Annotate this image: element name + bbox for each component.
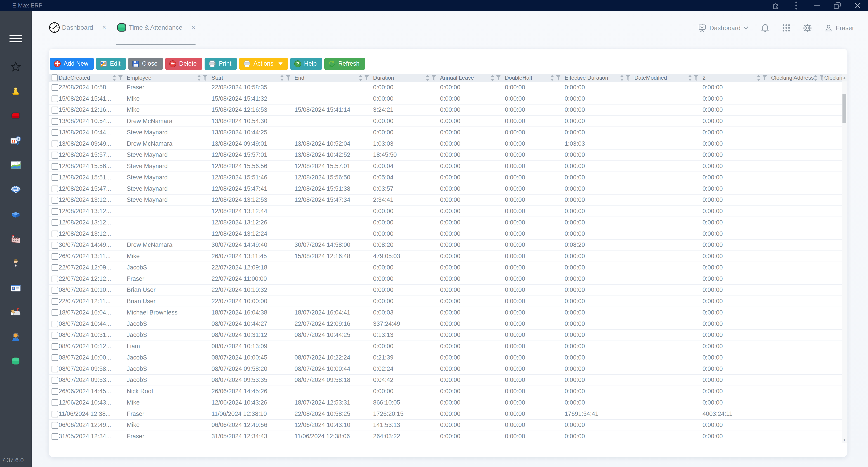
filter-funnel-icon[interactable] [762, 75, 767, 81]
settings-gear-icon[interactable] [803, 23, 812, 33]
row-checkbox[interactable] [52, 309, 58, 316]
table-row[interactable]: 12/08/2024 13:12...12/08/2024 13:12:260:… [49, 217, 842, 228]
tab-close-icon[interactable]: ✕ [191, 25, 195, 31]
row-checkbox[interactable] [52, 185, 58, 192]
table-row[interactable]: 11/06/2024 12:38...Fraser11/06/2024 12:3… [49, 408, 842, 420]
row-checkbox[interactable] [52, 287, 58, 293]
user-menu[interactable]: Fraser [824, 23, 854, 33]
row-checkbox[interactable] [52, 411, 58, 417]
sort-icon[interactable] [359, 75, 363, 81]
add-new-button[interactable]: Add New [50, 58, 94, 70]
edit-button[interactable]: Edit [96, 58, 126, 70]
table-row[interactable]: 08/07/2024 09:53...JacobS08/07/2024 09:5… [49, 375, 842, 386]
table-row[interactable]: 12/08/2024 15:57...Steve Maynard12/08/20… [49, 150, 842, 161]
table-row[interactable]: 22/08/2024 10:58...Fraser22/08/2024 10:5… [49, 82, 842, 93]
row-checkbox[interactable] [52, 332, 58, 339]
table-row[interactable]: 12/08/2024 13:12...12/08/2024 13:12:440:… [49, 206, 842, 217]
table-row[interactable]: 22/07/2024 12:12...Fraser22/07/2024 11:0… [49, 273, 842, 285]
row-checkbox[interactable] [52, 141, 58, 147]
sort-icon[interactable] [814, 75, 817, 81]
row-checkbox[interactable] [52, 422, 58, 429]
chart-icon[interactable] [10, 159, 22, 171]
tab-time-attendance[interactable]: Time & Attendance ✕ [116, 11, 195, 45]
column-header-duration[interactable]: Duration [372, 74, 439, 82]
sort-icon[interactable] [197, 75, 201, 81]
row-checkbox[interactable] [52, 152, 58, 158]
table-row[interactable]: 22/07/2024 12:09...JacobS22/07/2024 12:0… [49, 262, 842, 273]
row-checkbox[interactable] [52, 84, 58, 91]
sort-icon[interactable] [280, 75, 284, 81]
row-checkbox[interactable] [52, 366, 58, 373]
table-row[interactable]: 26/07/2024 13:11...Mike26/07/2024 13:11:… [49, 251, 842, 262]
restore-button[interactable] [827, 0, 848, 11]
table-row[interactable]: 12/08/2024 15:56...Steve Maynard12/08/20… [49, 161, 842, 172]
filter-funnel-icon[interactable] [431, 75, 436, 81]
row-checkbox[interactable] [52, 264, 58, 271]
cone-icon[interactable] [10, 85, 22, 97]
table-row[interactable]: 31/05/2024 12:34...Fraser31/05/2024 12:3… [49, 431, 842, 442]
row-checkbox[interactable] [52, 208, 58, 215]
actions-button[interactable]: Actions [239, 58, 288, 70]
row-checkbox[interactable] [52, 377, 58, 383]
table-row[interactable]: 12/08/2024 15:47...Steve Maynard12/08/20… [49, 183, 842, 195]
hamburger-menu-icon[interactable] [9, 35, 22, 44]
apps-grid-icon[interactable] [782, 24, 790, 32]
column-header-doublehalf[interactable]: DoubleHalf [504, 74, 563, 82]
table-row[interactable]: 12/08/2024 13:12...Steve Maynard12/08/20… [49, 195, 842, 206]
column-header-2[interactable]: 2 [702, 74, 770, 82]
filter-funnel-icon[interactable] [118, 75, 123, 81]
filter-funnel-icon[interactable] [819, 75, 823, 81]
column-header-datecreated[interactable]: DateCreated [58, 74, 126, 82]
column-header-end[interactable]: End [293, 74, 372, 82]
filter-funnel-icon[interactable] [364, 75, 369, 81]
scroll-up-icon[interactable]: ▲ [842, 74, 847, 82]
blue-box-icon[interactable] [10, 208, 22, 220]
column-header-clocking-address[interactable]: Clocking Address [770, 74, 823, 82]
globe-icon[interactable] [10, 183, 22, 195]
row-checkbox[interactable] [52, 321, 58, 327]
table-row[interactable]: 15/08/2024 12:16...Mike15/08/2024 12:16:… [49, 105, 842, 116]
row-checkbox[interactable] [52, 354, 58, 361]
row-checkbox[interactable] [52, 275, 58, 282]
sort-icon[interactable] [491, 75, 494, 81]
row-checkbox[interactable] [52, 95, 58, 102]
filter-funnel-icon[interactable] [203, 75, 208, 81]
row-checkbox[interactable] [52, 219, 58, 226]
filter-funnel-icon[interactable] [693, 75, 699, 81]
delete-button[interactable]: Delete [165, 58, 202, 70]
table-row[interactable]: 18/07/2024 16:04...Michael Brownless18/0… [49, 307, 842, 318]
row-checkbox[interactable] [52, 107, 58, 113]
help-button[interactable]: ?Help [290, 58, 322, 70]
filter-funnel-icon[interactable] [286, 75, 291, 81]
sort-icon[interactable] [688, 75, 692, 81]
row-checkbox[interactable] [52, 197, 58, 203]
column-header-annual-leave[interactable]: Annual Leave [439, 74, 504, 82]
row-checkbox[interactable] [52, 118, 58, 125]
table-row[interactable]: 12/08/2024 13:12...12/08/2024 13:12:240:… [49, 228, 842, 240]
row-checkbox[interactable] [52, 298, 58, 305]
id-card-icon[interactable] [10, 282, 22, 294]
table-row[interactable]: 30/07/2024 14:49...Drew McNamara30/07/20… [49, 240, 842, 251]
row-checkbox[interactable] [52, 163, 58, 170]
close-button[interactable] [847, 0, 868, 11]
sort-icon[interactable] [112, 75, 116, 81]
table-row[interactable]: 08/07/2024 10:00...JacobS08/07/2024 10:0… [49, 352, 842, 363]
sort-icon[interactable] [550, 75, 554, 81]
column-header-clockin[interactable]: Clockin [823, 74, 842, 82]
green-button-icon[interactable] [10, 355, 22, 367]
row-checkbox[interactable] [52, 174, 58, 181]
row-checkbox[interactable] [52, 231, 58, 237]
filter-funnel-icon[interactable] [556, 75, 561, 81]
tab-close-icon[interactable]: ✕ [102, 25, 106, 31]
table-row[interactable]: 08/07/2024 10:44...JacobS08/07/2024 10:4… [49, 318, 842, 330]
tab-dashboard[interactable]: Dashboard ✕ [49, 11, 106, 45]
table-row[interactable]: 22/07/2024 12:11...Brian User22/07/2024 … [49, 296, 842, 307]
sort-icon[interactable] [426, 75, 430, 81]
refresh-button[interactable]: Refresh [324, 58, 365, 70]
column-header-effective-duration[interactable]: Effective Duration [563, 74, 633, 82]
sort-icon[interactable] [620, 75, 624, 81]
close-button[interactable]: Close [128, 58, 163, 70]
factory-icon[interactable] [10, 233, 22, 244]
worker-icon[interactable] [10, 257, 22, 269]
table-row[interactable]: 12/06/2024 10:43...Mike12/06/2024 10:43:… [49, 397, 842, 408]
